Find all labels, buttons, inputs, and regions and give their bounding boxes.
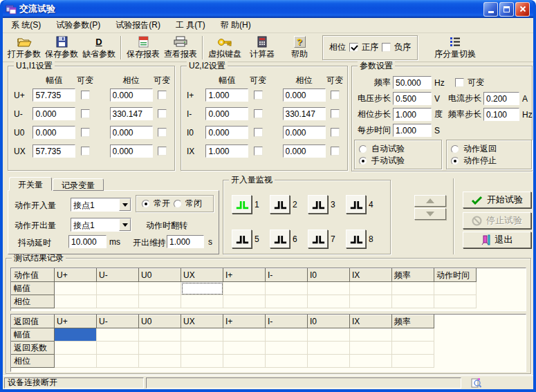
contact-switch-button-1[interactable] (232, 195, 252, 214)
result-cell[interactable] (55, 355, 97, 368)
result-cell[interactable] (223, 295, 266, 308)
manual-test-radio[interactable] (359, 157, 367, 165)
save-params-button[interactable]: 保存参数 (43, 35, 80, 61)
maximize-button[interactable] (499, 2, 514, 17)
result-cell[interactable] (55, 295, 97, 308)
u2-phase-input-I+[interactable] (283, 88, 326, 102)
u2-phase-input-I-[interactable] (283, 107, 326, 120)
result-cell[interactable] (181, 328, 223, 342)
result-cell[interactable] (55, 282, 97, 295)
result-cell[interactable] (97, 295, 139, 308)
u2-phase-variable-checkbox-I+[interactable] (331, 91, 340, 100)
contact-switch-button-4[interactable] (346, 195, 366, 214)
u1-amp-variable-checkbox-U+[interactable] (81, 91, 90, 100)
u2-amp-variable-checkbox-I-[interactable] (254, 109, 263, 118)
stop-test-button[interactable]: 停止试验 (463, 212, 531, 229)
output-hold-input[interactable] (167, 235, 204, 248)
normally-closed-radio[interactable] (174, 200, 182, 208)
u1-amplitude-input-U0[interactable] (33, 126, 75, 139)
u1-phase-input-UX[interactable] (110, 144, 153, 158)
contact-switch-button-3[interactable] (308, 195, 328, 214)
close-button[interactable] (515, 2, 530, 17)
u1-amplitude-input-U-[interactable] (33, 107, 75, 120)
result-cell[interactable] (392, 282, 434, 295)
result-cell[interactable] (350, 342, 392, 355)
result-cell[interactable] (308, 342, 350, 355)
dropdown-arrow-button[interactable] (119, 198, 131, 211)
u1-amp-variable-checkbox-U0[interactable] (81, 128, 90, 137)
result-cell[interactable] (181, 295, 223, 308)
result-cell[interactable] (350, 282, 392, 295)
u2-phase-variable-checkbox-I0[interactable] (331, 128, 340, 137)
u2-phase-variable-checkbox-IX[interactable] (331, 147, 340, 156)
result-cell[interactable] (97, 282, 139, 295)
u1-phase-variable-checkbox-U0[interactable] (158, 128, 167, 137)
result-cell[interactable] (139, 282, 181, 295)
phase-step-input[interactable] (393, 108, 432, 121)
result-cell[interactable] (266, 342, 308, 355)
result-cell[interactable] (392, 342, 434, 355)
result-cell[interactable] (139, 355, 181, 368)
result-cell[interactable] (350, 355, 392, 368)
result-cell[interactable] (434, 282, 477, 295)
menu-tools[interactable]: 工 具(T) (176, 19, 205, 31)
step-time-input[interactable] (393, 124, 432, 137)
menu-test-params[interactable]: 试验参数(P) (56, 19, 100, 31)
result-cell[interactable] (181, 342, 223, 355)
menu-system[interactable]: 系 统(S) (11, 19, 41, 31)
result-cell[interactable] (139, 295, 181, 308)
result-cell[interactable] (308, 328, 350, 342)
result-cell[interactable] (266, 282, 308, 295)
minimize-button[interactable] (483, 2, 498, 17)
result-cell[interactable] (55, 328, 97, 342)
result-cell[interactable] (139, 342, 181, 355)
frequency-variable-checkbox[interactable] (455, 78, 464, 87)
u2-amplitude-input-I0[interactable] (205, 126, 248, 139)
u2-amp-variable-checkbox-I+[interactable] (254, 91, 263, 100)
u1-phase-variable-checkbox-U-[interactable] (158, 109, 167, 118)
open-params-button[interactable]: 打开参数 (6, 35, 43, 61)
result-cell[interactable] (97, 342, 139, 355)
contact-switch-button-2[interactable] (270, 195, 290, 214)
normally-open-radio[interactable] (142, 200, 150, 208)
auto-test-radio[interactable] (359, 145, 367, 153)
contact-switch-button-7[interactable] (308, 230, 328, 248)
result-cell[interactable] (350, 295, 392, 308)
negative-seq-checkbox[interactable] (382, 43, 391, 52)
result-cell[interactable] (266, 328, 308, 342)
u1-phase-input-U0[interactable] (110, 126, 153, 139)
result-cell[interactable] (223, 355, 266, 368)
dropdown-arrow-button[interactable] (119, 218, 131, 231)
menu-help[interactable]: 帮 助(H) (221, 19, 251, 31)
u1-amplitude-input-UX[interactable] (33, 144, 75, 158)
scroll-down-button[interactable] (414, 208, 446, 220)
u1-amp-variable-checkbox-UX[interactable] (81, 147, 90, 156)
virtual-keyboard-button[interactable]: 虚拟键盘 (206, 35, 243, 61)
u2-phase-variable-checkbox-I-[interactable] (331, 109, 340, 118)
result-cell[interactable] (223, 328, 266, 342)
contact-switch-button-8[interactable] (346, 230, 366, 248)
action-stop-radio[interactable] (451, 157, 459, 165)
action-input-combobox[interactable]: 接点1 (71, 198, 131, 212)
action-return-radio[interactable] (451, 145, 459, 153)
result-cell[interactable] (223, 282, 266, 295)
result-cell[interactable] (266, 295, 308, 308)
jitter-delay-input[interactable] (68, 235, 107, 248)
result-cell[interactable] (139, 328, 181, 342)
result-cell[interactable] (392, 355, 434, 368)
result-cell[interactable] (392, 295, 434, 308)
current-step-input[interactable] (483, 92, 519, 105)
result-cell[interactable] (55, 342, 97, 355)
u2-amplitude-input-IX[interactable] (205, 144, 248, 158)
result-cell[interactable] (181, 282, 223, 295)
u2-phase-input-IX[interactable] (283, 144, 326, 158)
result-cell[interactable] (266, 355, 308, 368)
u1-phase-input-U-[interactable] (110, 107, 153, 120)
u1-amp-variable-checkbox-U-[interactable] (81, 109, 90, 118)
default-params-button[interactable]: D 缺省参数 (80, 35, 118, 61)
result-cell[interactable] (392, 328, 434, 342)
view-report-button[interactable]: 查看报表 (162, 35, 199, 61)
zoom-preview-icon[interactable] (471, 377, 482, 389)
result-cell[interactable] (308, 355, 350, 368)
result-cell[interactable] (97, 328, 139, 342)
